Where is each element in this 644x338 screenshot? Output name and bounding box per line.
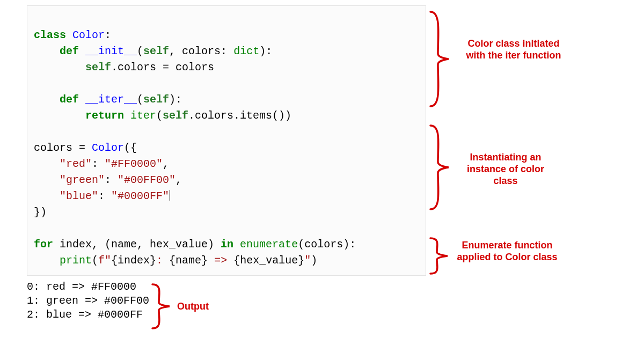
kw-in: in: [221, 238, 233, 251]
brace-icon: [150, 283, 172, 329]
kw-def: def: [60, 45, 79, 57]
annotation-text: Enumerate function applied to Color clas…: [456, 239, 558, 263]
text-cursor-icon: [170, 190, 170, 201]
brace-icon: [428, 11, 450, 107]
brace-icon: [428, 237, 450, 275]
output-line: 0: red => #FF0000: [27, 281, 136, 293]
brace-icon: [428, 124, 450, 210]
kw-class: class: [34, 29, 66, 41]
output-line: 1: green => #00FF00: [27, 295, 149, 307]
code-block: class Color: def __init__(self, colors: …: [27, 5, 426, 276]
annotation-text: Instantiating an instance of color class: [457, 151, 554, 187]
builtin-print: print: [60, 254, 92, 267]
builtin-enumerate: enumerate: [240, 238, 298, 251]
fn-init: __init__: [85, 45, 137, 57]
figure: class Color: def __init__(self, colors: …: [27, 5, 617, 322]
class-name: Color: [72, 29, 105, 41]
kw-for: for: [34, 238, 53, 251]
builtin-iter: iter: [130, 109, 156, 122]
kw-def: def: [60, 93, 79, 106]
kw-return: return: [85, 109, 124, 122]
output-line: 2: blue => #0000FF: [27, 308, 143, 321]
annotation-text: Output: [177, 300, 220, 312]
output-block: 0: red => #FF0000 1: green => #00FF00 2:…: [27, 280, 617, 322]
annotation-text: Color class initiated with the iter func…: [457, 38, 570, 61]
fn-iter: __iter__: [85, 93, 137, 106]
